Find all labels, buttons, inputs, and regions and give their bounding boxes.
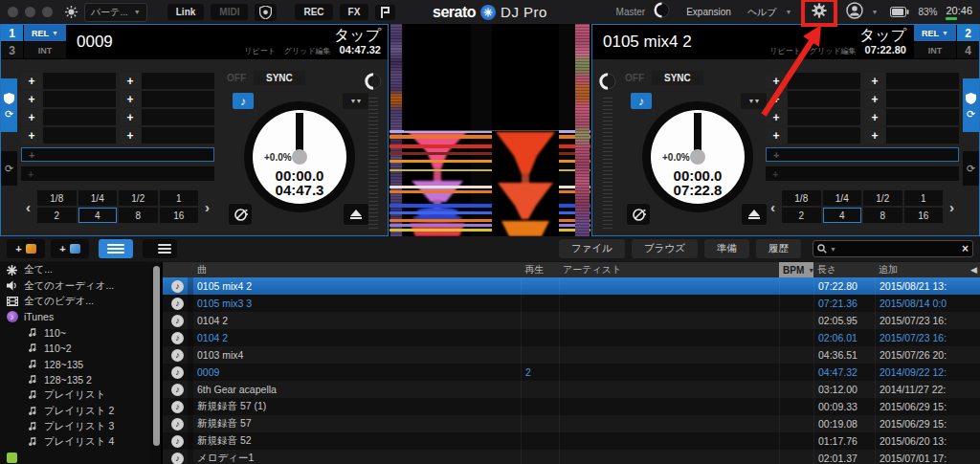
search-input[interactable]: [839, 244, 959, 254]
cue-slot[interactable]: +: [21, 127, 116, 144]
history-button[interactable]: 履歴: [756, 239, 801, 258]
deck-2-grid-edit-toggle[interactable]: グリッド編集: [810, 46, 857, 56]
deck-2-mode-dropdown[interactable]: REL▼: [914, 25, 956, 41]
deck-2-number[interactable]: 2: [957, 25, 979, 41]
column-header-bpm[interactable]: BPM▼: [779, 262, 813, 277]
cue-slot[interactable]: +: [21, 109, 116, 125]
browse-button[interactable]: ブラウズ: [632, 239, 698, 258]
deck-1-loop-tab[interactable]: ⟳: [1, 151, 17, 186]
practice-mode-icon[interactable]: [255, 4, 277, 21]
add-crate-button[interactable]: +: [7, 239, 45, 258]
cue-slot[interactable]: +: [766, 109, 860, 125]
sidebar-playlist[interactable]: 110~2: [0, 341, 151, 356]
loop-size-button-selected[interactable]: 4: [78, 208, 118, 223]
expansion-button[interactable]: Expansion: [686, 7, 731, 17]
deck-2-track-overview[interactable]: [575, 24, 590, 236]
deck-2-hotcue-tab[interactable]: ⟳: [963, 78, 979, 132]
table-row[interactable]: ♪ 6th Gear acapella 03:12.00 2014/11/27 …: [163, 381, 980, 398]
deck-1-pitch-slider[interactable]: [364, 73, 383, 230]
deck-1-keylock-button[interactable]: ♪: [233, 93, 254, 109]
loop-size-button[interactable]: 1/8: [37, 190, 77, 206]
loop-size-button[interactable]: 1/2: [119, 190, 158, 206]
table-row[interactable]: ♪ 0104 2 02:05.95 2015/07/23 16:: [163, 312, 980, 329]
table-row[interactable]: ♪ 0103 mix4 04:36.51 2015/07/26 20:: [163, 346, 980, 364]
deck-2-tap-button[interactable]: タップ: [769, 27, 906, 43]
cue-slot[interactable]: +: [864, 91, 959, 107]
library-view-button[interactable]: [143, 239, 177, 258]
sidebar-playlist[interactable]: プレイリスト 4: [0, 434, 151, 450]
cue-slot[interactable]: +: [21, 73, 116, 89]
sidebar-playlist[interactable]: 128~135 2: [0, 372, 151, 387]
cue-slot[interactable]: +: [766, 73, 860, 89]
loop-size-button[interactable]: 16: [160, 208, 199, 223]
deck-1-tap-button[interactable]: タップ: [244, 27, 381, 43]
deck-1-number[interactable]: 1: [1, 25, 23, 41]
cue-slot[interactable]: +: [766, 127, 860, 144]
table-row[interactable]: ♪ 新規録音 52 01:17.76 2015/06/20 13:: [163, 432, 980, 450]
loop-size-button[interactable]: 1/4: [823, 190, 862, 206]
deck-2-int-mode[interactable]: INT: [914, 42, 956, 58]
loop-size-button[interactable]: 8: [119, 208, 158, 223]
deck-1-sync-off-button[interactable]: OFF: [227, 73, 246, 83]
sidebar-playlist[interactable]: プレイリスト: [0, 387, 151, 403]
table-row[interactable]: ♪ メロディー1 02:01.37 2015/07/01 17:: [163, 450, 980, 464]
sampler-icon[interactable]: [375, 5, 395, 20]
sidebar-item-all[interactable]: 全て...: [0, 262, 151, 277]
account-icon[interactable]: [846, 2, 863, 23]
loop-size-button-selected[interactable]: 4: [823, 208, 862, 223]
deck-3-number[interactable]: 3: [1, 42, 23, 58]
deck-1-censor-button[interactable]: [229, 204, 252, 225]
sidebar-playlist[interactable]: プレイリスト 3: [0, 419, 151, 434]
loop-size-button[interactable]: 2: [37, 208, 77, 223]
table-row[interactable]: ♪ 0104 2 02:06.01 2015/07/23 16:: [163, 329, 980, 346]
brightness-icon[interactable]: [65, 6, 78, 18]
deck-2-loop-slot-active[interactable]: +: [766, 147, 959, 162]
deck-1-int-mode[interactable]: INT: [24, 42, 66, 58]
loop-size-button[interactable]: 8: [863, 208, 902, 223]
sidebar-playlist[interactable]: 128~135: [0, 356, 151, 371]
table-row[interactable]: ♪ 0009 2 04:47.32 2014/09/22 12:: [163, 364, 980, 381]
deck-1-loop-slot[interactable]: +: [21, 166, 214, 181]
add-smart-crate-button[interactable]: +: [51, 239, 89, 258]
window-zoom-button[interactable]: [42, 7, 53, 17]
loop-size-button[interactable]: 1: [160, 190, 199, 206]
column-header-song[interactable]: 曲: [193, 262, 521, 277]
deck-1-loop-slot-active[interactable]: +: [21, 147, 214, 162]
table-row[interactable]: ♪ 0105 mix3 3 07:21.36 2015/08/14 0:0: [163, 295, 980, 312]
scrollbar-thumb[interactable]: [153, 266, 160, 446]
loop-next-icon[interactable]: ›: [945, 190, 959, 223]
midi-button[interactable]: MIDI: [211, 4, 248, 20]
clear-search-icon[interactable]: ×: [962, 244, 969, 254]
sidebar-scrollbar[interactable]: [151, 262, 161, 464]
deck-2-keylock-button[interactable]: ♪: [631, 93, 652, 109]
deck-1-grid-edit-toggle[interactable]: グリッド編集: [284, 46, 331, 56]
column-header-added[interactable]: 追加: [875, 262, 980, 277]
cue-slot[interactable]: +: [120, 109, 214, 125]
deck-1-repeat-toggle[interactable]: リピート: [244, 46, 276, 56]
window-minimize-button[interactable]: [25, 7, 35, 17]
link-button[interactable]: Link: [167, 4, 205, 20]
deck-2-sync-off-button[interactable]: OFF: [625, 73, 644, 83]
deck-2-censor-button[interactable]: [627, 204, 650, 225]
deck-1-hotcue-tab[interactable]: ⟳: [1, 78, 17, 132]
search-box[interactable]: ▼ ×: [813, 240, 973, 257]
setlist-dropdown[interactable]: パーテ... ▼: [84, 3, 147, 22]
deck-2-repeat-toggle[interactable]: リピート: [769, 46, 801, 56]
library-view-button-active[interactable]: [99, 239, 133, 258]
table-row[interactable]: ♪ 0105 mix4 2 07:22.80 2015/08/21 13:: [163, 277, 980, 295]
column-header-plays[interactable]: 再生: [521, 262, 559, 277]
sidebar-item-itunes[interactable]: ♪ iTunes: [0, 309, 151, 324]
deck-1-platter[interactable]: +0.0% 00:00.0 04:47.3: [244, 101, 355, 212]
cue-slot[interactable]: +: [120, 73, 214, 89]
deck-2-sync-button[interactable]: SYNC: [652, 71, 703, 85]
deck-2-loop-slot[interactable]: +: [766, 166, 959, 181]
settings-gear-icon[interactable]: [812, 3, 827, 22]
loop-size-button[interactable]: 1/4: [78, 190, 118, 206]
deck-2-eject-button[interactable]: [742, 204, 767, 225]
deck-2-loop-tab[interactable]: ⟳: [963, 151, 979, 186]
help-menu[interactable]: ヘルプ: [747, 6, 777, 19]
loop-size-button[interactable]: 2: [782, 208, 821, 223]
files-button[interactable]: ファイル: [559, 239, 625, 258]
rec-button[interactable]: REC: [295, 4, 332, 20]
window-close-button[interactable]: [8, 7, 18, 17]
